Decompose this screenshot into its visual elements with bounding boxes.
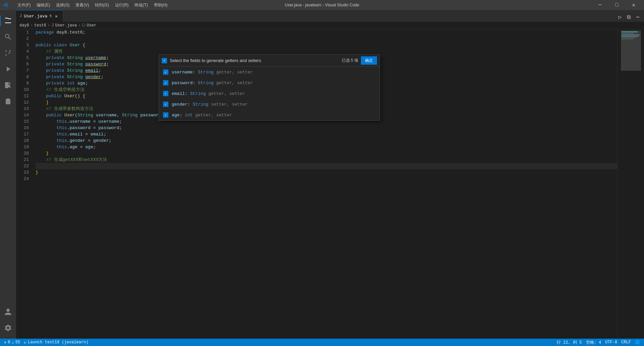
menu-file[interactable]: 文件(F) (15, 2, 33, 9)
breadcrumb-test6[interactable]: test6 (34, 23, 46, 28)
split-editor-button[interactable]: ⧉ (625, 13, 633, 22)
menu-help[interactable]: 帮助(H) (151, 2, 170, 9)
username-item-text: username: String getter, setter (172, 70, 253, 75)
encoding-text: UTF-8 (605, 340, 617, 345)
breadcrumb-class-name[interactable]: User (87, 23, 96, 28)
line-4: // 属性 (36, 48, 644, 55)
status-line-ending[interactable]: CRLF (620, 339, 632, 346)
menu-select[interactable]: 选择(S) (53, 2, 72, 9)
activity-explorer[interactable] (0, 13, 16, 29)
username-checkbox[interactable]: ✓ (163, 69, 168, 75)
activity-test[interactable] (0, 93, 16, 109)
tab-bar-right: ▷ ⧉ ⋯ (616, 12, 644, 22)
error-icon: ✕ (4, 340, 6, 345)
line-19: this.age = age; (36, 144, 644, 150)
dropdown-search-input[interactable] (170, 58, 342, 63)
line-1: package day8.test6; (36, 29, 644, 36)
status-run[interactable]: ▷ Launch test18 (javalearn) (23, 339, 90, 346)
gender-checkbox[interactable]: ✓ (163, 102, 168, 107)
confirm-button[interactable]: 确定 (361, 56, 377, 65)
gender-item-text: gender: String setter, setter (172, 102, 248, 107)
line-20: } (36, 150, 644, 157)
dropdown-item-username[interactable]: ✓ username: String getter, setter (159, 67, 380, 77)
menu-goto[interactable]: 转到(G) (92, 2, 111, 9)
menu-edit[interactable]: 编辑(E) (34, 2, 53, 9)
maximize-button[interactable]: □ (609, 0, 625, 10)
svg-point-2 (5, 50, 7, 52)
status-spaces[interactable]: 空格: 4 (585, 339, 603, 346)
selected-count: 已选 5 项 (342, 58, 358, 63)
activity-settings[interactable] (0, 320, 16, 336)
warning-count: 55 (15, 340, 20, 345)
main-layout: J User.java 5 ✕ ▷ ⧉ ⋯ day8 › test6 › J U… (0, 10, 644, 339)
status-language[interactable]: 🌐 (634, 339, 641, 346)
java-file-icon: J (19, 14, 22, 18)
status-errors[interactable]: ✕ 0 ⚠ 55 (3, 339, 21, 346)
editor-area: J User.java 5 ✕ ▷ ⧉ ⋯ day8 › test6 › J U… (16, 10, 644, 339)
select-all-checkbox[interactable]: ✓ (162, 58, 167, 63)
line-3: public class User { (36, 42, 644, 48)
tab-bar: J User.java 5 ✕ ▷ ⧉ ⋯ (16, 10, 644, 22)
tab-close-button[interactable]: ✕ (54, 13, 59, 19)
spaces-text: 空格: 4 (586, 340, 601, 345)
position-text: 行 22, 列 5 (557, 340, 582, 345)
vscode-icon (3, 2, 8, 8)
run-split-button[interactable]: ▷ (616, 12, 624, 22)
run-label: Launch test18 (javalearn) (28, 340, 88, 345)
activity-run[interactable] (0, 61, 16, 77)
title-bar: 文件(F) 编辑(E) 选择(S) 查看(V) 转到(G) 运行(R) 终端(T… (0, 0, 644, 10)
line-16: this.password = password; (36, 125, 644, 131)
breadcrumb-day8[interactable]: day8 (19, 23, 29, 28)
warning-icon: ⚠ (11, 340, 14, 345)
error-count: 0 (8, 340, 10, 345)
activity-extensions[interactable] (0, 77, 16, 93)
dropdown-item-gender[interactable]: ✓ gender: String setter, setter (159, 99, 380, 110)
line-ending-text: CRLF (621, 340, 631, 345)
line-numbers: 1 2 3 4 5 6 7 8 9 10 11 12 13 14 15 16 1 (16, 29, 33, 339)
dropdown-item-email[interactable]: ✓ email: String getter, setter (159, 88, 380, 99)
tab-user-java[interactable]: J User.java 5 ✕ (16, 10, 62, 22)
breadcrumb: day8 › test6 › J User.java › ⬡ User (16, 22, 644, 29)
close-button[interactable]: ✕ (626, 0, 641, 10)
getter-setter-dropdown: ✓ 已选 5 项 确定 ✓ username: String getter, s… (159, 54, 380, 121)
svg-point-0 (5, 54, 7, 56)
menu-terminal[interactable]: 终端(T) (132, 2, 150, 9)
breadcrumb-file[interactable]: J (51, 23, 54, 28)
line-21: // 生成getXXX和setXXX方法 (36, 157, 644, 163)
minimize-button[interactable]: ─ (592, 0, 608, 10)
more-actions-button[interactable]: ⋯ (634, 12, 641, 22)
line-17: this.email = email; (36, 131, 644, 137)
breadcrumb-class[interactable]: ⬡ (82, 23, 85, 28)
password-item-text: password: String getter, setter (172, 80, 253, 85)
code-editor[interactable]: 1 2 3 4 5 6 7 8 9 10 11 12 13 14 15 16 1 (16, 29, 644, 339)
line-24 (36, 176, 644, 182)
email-checkbox[interactable]: ✓ (163, 91, 168, 96)
password-checkbox[interactable]: ✓ (163, 80, 168, 85)
status-position[interactable]: 行 22, 列 5 (555, 339, 583, 346)
minimap-content (621, 31, 641, 71)
status-left: ✕ 0 ⚠ 55 ▷ Launch test18 (javalearn) (3, 339, 90, 346)
dropdown-item-age[interactable]: ✓ age: int getter, setter (159, 110, 380, 120)
run-play-icon: ▷ (24, 340, 26, 345)
breadcrumb-filename[interactable]: User.java (55, 23, 77, 28)
svg-point-1 (9, 50, 11, 52)
menu-run[interactable]: 运行(R) (112, 2, 131, 9)
activity-search[interactable] (0, 29, 16, 45)
status-right: 行 22, 列 5 空格: 4 UTF-8 CRLF 🌐 (555, 339, 641, 346)
activity-bottom (0, 304, 16, 336)
line-23: } (36, 169, 644, 176)
status-encoding[interactable]: UTF-8 (604, 339, 619, 346)
line-18: this.gender = gender; (36, 137, 644, 144)
title-bar-left: 文件(F) 编辑(E) 选择(S) 查看(V) 转到(G) 运行(R) 终端(T… (3, 2, 170, 9)
minimap[interactable] (617, 29, 644, 339)
line-22 (36, 163, 644, 169)
email-item-text: email: String getter, setter (172, 91, 245, 96)
title-bar-controls: ─ □ ✕ (592, 0, 641, 10)
title-bar-menu: 文件(F) 编辑(E) 选择(S) 查看(V) 转到(G) 运行(R) 终端(T… (15, 2, 170, 9)
dropdown-item-password[interactable]: ✓ password: String getter, setter (159, 77, 380, 88)
menu-view[interactable]: 查看(V) (73, 2, 92, 9)
age-checkbox[interactable]: ✓ (163, 112, 168, 118)
tab-modified-badge: 5 (49, 14, 52, 18)
activity-source-control[interactable] (0, 45, 16, 61)
activity-account[interactable] (0, 304, 16, 320)
